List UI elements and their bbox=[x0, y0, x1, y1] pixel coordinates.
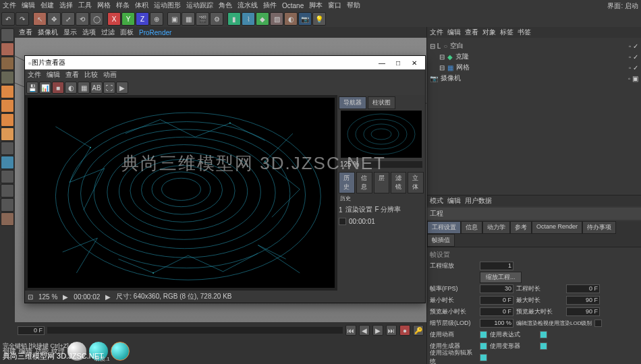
snap-settings[interactable] bbox=[1, 184, 14, 198]
undo-btn[interactable]: ↶ bbox=[1, 12, 15, 26]
light-obj[interactable]: 💡 bbox=[312, 12, 326, 26]
pv-zoom-slider[interactable] bbox=[362, 161, 422, 168]
timeline-frame[interactable] bbox=[18, 326, 45, 335]
pv-compare[interactable]: 比较 bbox=[84, 70, 98, 80]
material-default[interactable] bbox=[67, 342, 86, 361]
inp-pmin[interactable] bbox=[480, 307, 513, 316]
pv-info-tab[interactable]: 信息 bbox=[356, 172, 372, 193]
obj-null[interactable]: ⊟ L○ 空白◦ ✓ bbox=[430, 40, 638, 51]
pv-thumbnail[interactable] bbox=[341, 111, 422, 158]
tab-ref[interactable]: 参考 bbox=[510, 221, 532, 234]
model-mode[interactable] bbox=[1, 42, 14, 56]
pv-file[interactable]: 文件 bbox=[28, 70, 41, 80]
tab-info[interactable]: 信息 bbox=[461, 221, 482, 234]
vp-panel[interactable]: 面板 bbox=[120, 28, 134, 37]
inp-fps[interactable] bbox=[480, 284, 513, 293]
play-end-icon[interactable]: ⏭ bbox=[386, 325, 397, 336]
tweak-mode[interactable] bbox=[1, 142, 14, 155]
y-axis[interactable]: Y bbox=[121, 12, 135, 26]
pv-histo-tab[interactable]: 柱状图 bbox=[368, 96, 395, 109]
pv-stop-icon[interactable]: ■ bbox=[52, 82, 64, 94]
texture-mode[interactable] bbox=[1, 57, 14, 70]
pv-ab-icon[interactable]: AB bbox=[90, 82, 103, 94]
menu-pipeline[interactable]: 流水线 bbox=[238, 1, 258, 10]
pv-titlebar[interactable]: ● 图片查看器 — □ ✕ bbox=[25, 56, 425, 69]
viewport-solo[interactable] bbox=[1, 156, 14, 169]
render-region[interactable]: ▦ bbox=[182, 12, 195, 26]
deformer[interactable]: ▧ bbox=[270, 12, 283, 26]
record-icon[interactable]: ● bbox=[399, 325, 410, 336]
soft-select[interactable] bbox=[1, 212, 14, 226]
camera-obj[interactable]: 📷 bbox=[298, 12, 312, 26]
am-userdata[interactable]: 用户数据 bbox=[465, 196, 492, 206]
scale-tool[interactable]: ⤢ bbox=[61, 12, 75, 26]
timeline[interactable]: ⏮ ◀ ▶ ⏭ ● 🔑 bbox=[15, 322, 426, 338]
render-pv[interactable]: 🎬 bbox=[196, 12, 209, 26]
vp-options[interactable]: 选项 bbox=[82, 28, 96, 37]
chk-anim[interactable] bbox=[480, 331, 487, 338]
pv-fit-icon[interactable]: ⊡ bbox=[28, 293, 33, 301]
menu-tracker[interactable]: 运动跟踪 bbox=[186, 1, 213, 10]
am-edit[interactable]: 编辑 bbox=[447, 196, 461, 206]
vp-filter[interactable]: 过滤 bbox=[101, 28, 115, 37]
pv-filter-icon[interactable]: ▦ bbox=[78, 82, 90, 94]
z-axis[interactable]: Z bbox=[136, 12, 149, 26]
pv-save-icon[interactable]: 💾 bbox=[26, 82, 38, 94]
menu-character[interactable]: 角色 bbox=[219, 1, 232, 10]
recent-tool[interactable]: ◯ bbox=[90, 12, 103, 26]
pv-render-view[interactable] bbox=[25, 95, 337, 291]
chk-expr[interactable] bbox=[540, 331, 547, 338]
inp-lod[interactable] bbox=[480, 319, 513, 328]
generator[interactable]: ◆ bbox=[256, 12, 269, 26]
menu-create[interactable]: 创建 bbox=[40, 1, 54, 10]
om-objects[interactable]: 对象 bbox=[482, 28, 496, 37]
play-fwd-icon[interactable]: ▶ bbox=[372, 325, 383, 336]
pv-filt-tab[interactable]: 滤镜 bbox=[391, 172, 407, 193]
x-axis[interactable]: X bbox=[107, 12, 121, 26]
am-mode[interactable]: 模式 bbox=[430, 196, 443, 206]
autokey-icon[interactable]: 🔑 bbox=[413, 325, 424, 336]
minimize-icon[interactable]: — bbox=[374, 59, 390, 67]
inp-pmax[interactable] bbox=[566, 307, 600, 316]
pv-histogram-icon[interactable]: 📊 bbox=[39, 82, 51, 94]
tab-dynamics[interactable]: 动力学 bbox=[482, 221, 510, 234]
vp-camera[interactable]: 摄像机 bbox=[38, 28, 58, 37]
menu-spline[interactable]: 样条 bbox=[116, 1, 130, 10]
vp-prorender[interactable]: ProRender bbox=[139, 29, 171, 36]
tab-project[interactable]: 工程设置 bbox=[427, 221, 461, 234]
material-1b[interactable] bbox=[111, 342, 130, 361]
axis-mode[interactable] bbox=[1, 127, 14, 141]
om-bookmarks[interactable]: 书签 bbox=[518, 28, 531, 37]
menu-volume[interactable]: 体积 bbox=[135, 1, 148, 10]
play-start-icon[interactable]: ⏮ bbox=[345, 325, 356, 336]
menu-select[interactable]: 选择 bbox=[59, 1, 73, 10]
maximize-icon[interactable]: □ bbox=[390, 59, 406, 67]
rotate-tool[interactable]: ⟲ bbox=[76, 12, 89, 26]
om-edit[interactable]: 编辑 bbox=[447, 28, 461, 37]
pv-anim[interactable]: 动画 bbox=[103, 70, 117, 80]
menu-help[interactable]: 帮助 bbox=[347, 1, 360, 10]
om-view[interactable]: 查看 bbox=[465, 28, 478, 37]
redo-btn[interactable]: ↷ bbox=[16, 12, 29, 26]
make-editable[interactable] bbox=[1, 28, 14, 42]
inp-scale[interactable] bbox=[480, 262, 513, 270]
pv-stereo-tab[interactable]: 立体 bbox=[408, 172, 424, 193]
pv-edit[interactable]: 编辑 bbox=[47, 70, 60, 80]
menu-octane[interactable]: Octane bbox=[282, 2, 304, 9]
render-settings[interactable]: ⚙ bbox=[210, 12, 223, 26]
menu-mograph[interactable]: 运动图形 bbox=[154, 1, 181, 10]
tab-interp[interactable]: 帧插值 bbox=[427, 234, 455, 247]
chk-deform[interactable] bbox=[540, 342, 547, 350]
pv-view[interactable]: 查看 bbox=[65, 70, 79, 80]
coord-sys[interactable]: ⊕ bbox=[150, 12, 163, 26]
locked[interactable] bbox=[1, 198, 14, 212]
pv-nav-tab[interactable]: 导航器 bbox=[339, 96, 366, 109]
select-tool[interactable]: ↖ bbox=[33, 12, 47, 26]
workplane[interactable] bbox=[1, 71, 14, 84]
poly-mode[interactable] bbox=[1, 113, 14, 127]
play-back-icon[interactable]: ◀ bbox=[359, 325, 370, 336]
vp-display[interactable]: 显示 bbox=[63, 28, 77, 37]
inp-maxtime[interactable] bbox=[566, 296, 600, 305]
chk-gen[interactable] bbox=[480, 342, 487, 350]
pv-layer-tab[interactable]: 层 bbox=[374, 172, 389, 193]
